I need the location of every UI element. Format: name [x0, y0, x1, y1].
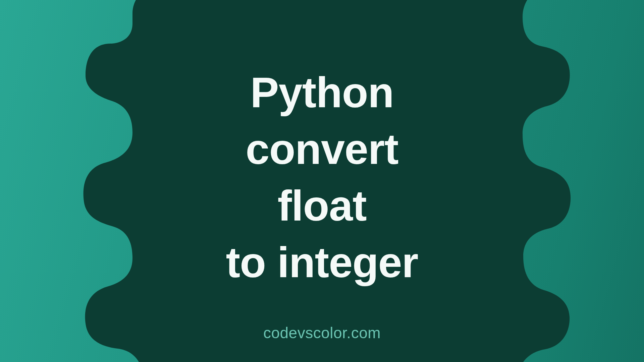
content-area: Python convert float to integer	[0, 0, 644, 362]
site-watermark: codevscolor.com	[263, 324, 381, 342]
banner-canvas: Python convert float to integer codevsco…	[0, 0, 644, 362]
banner-title: Python convert float to integer	[226, 64, 418, 291]
